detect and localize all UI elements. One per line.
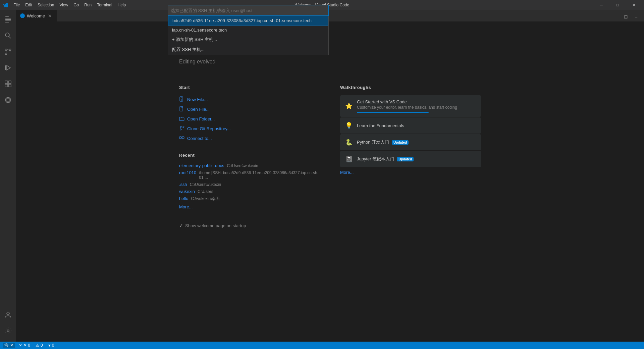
warning-count: 0: [41, 343, 43, 348]
recent-name-1[interactable]: root1010: [179, 170, 196, 175]
svg-rect-3: [5, 20, 11, 21]
account-icon[interactable]: [0, 307, 16, 323]
walkthrough-python[interactable]: 🐍 Python 开发入门 Updated: [340, 134, 481, 150]
connect-to-link[interactable]: Connect to...: [179, 134, 320, 143]
ssh-item-1[interactable]: iap.cn-sh-01.sensecore.tech: [168, 26, 328, 35]
walkthrough-get-started[interactable]: ⭐ Get Started with VS Code Customize you…: [340, 95, 481, 117]
open-folder-link[interactable]: Open Folder...: [179, 115, 320, 123]
sidebar-item-remote-explorer[interactable]: [0, 92, 16, 108]
error-icon: ✕: [19, 343, 22, 348]
vscode-logo-icon: [3, 2, 8, 8]
recent-path-1: /home [SSH: bdca52d9-d536-11ee-a209-3280…: [199, 170, 320, 180]
svg-rect-32: [182, 137, 184, 139]
status-warnings[interactable]: ⚠ 0: [34, 343, 44, 348]
svg-rect-23: [180, 97, 183, 101]
ssh-item-0[interactable]: bdca52d9-d536-11ee-a209-328086a3d327.iap…: [168, 16, 328, 26]
svg-point-27: [180, 126, 181, 128]
walkthrough-desc-0: Customize your editor, learn the basics,…: [357, 105, 476, 110]
menu-view[interactable]: View: [57, 1, 71, 9]
sidebar-item-extensions[interactable]: [0, 76, 16, 92]
walkthrough-jupyter[interactable]: 📓 Jupyter 笔记本入门 Updated: [340, 151, 481, 167]
menu-file[interactable]: File: [11, 1, 22, 9]
tab-bar: Welcome ✕ ⊟ ···: [16, 10, 644, 22]
ssh-item-add[interactable]: + 添加新的 SSH 主机...: [168, 35, 328, 45]
walkthroughs-more-link[interactable]: More...: [340, 170, 481, 175]
welcome-columns: Start New File...: [179, 85, 481, 209]
error-count: ✕ 0: [23, 343, 30, 348]
recent-path-2: C:\Users\wukexin: [190, 182, 221, 187]
recent-name-0[interactable]: elementary-public-docs: [179, 163, 224, 168]
svg-rect-4: [5, 22, 9, 22]
welcome-subtitle: Editing evolved: [179, 59, 481, 65]
ssh-item-label-3: 配置 SSH 主机...: [172, 47, 205, 53]
sidebar-item-explorer[interactable]: [0, 11, 16, 28]
tab-right-actions: ⊟ ···: [621, 12, 644, 21]
welcome-inner: Visual Studio Code Editing evolved Start: [179, 42, 481, 228]
tab-close-button[interactable]: ✕: [47, 13, 53, 19]
ssh-item-config[interactable]: 配置 SSH 主机...: [168, 45, 328, 55]
recent-name-4[interactable]: hello: [179, 196, 188, 201]
recent-item-1[interactable]: root1010 /home [SSH: bdca52d9-d536-11ee-…: [179, 170, 320, 180]
sidebar-item-search[interactable]: [0, 28, 16, 44]
status-info[interactable]: ♥ 0: [47, 343, 56, 348]
menu-bar: File Edit Selection View Go Run Terminal…: [11, 1, 128, 9]
new-file-label: New File...: [187, 97, 208, 102]
walkthrough-fundamentals[interactable]: 💡 Learn the Fundamentals: [340, 117, 481, 134]
walkthrough-name-1: Learn the Fundamentals: [357, 123, 476, 128]
menu-go[interactable]: Go: [71, 1, 82, 9]
walkthrough-text-1: Learn the Fundamentals: [357, 123, 476, 128]
recent-name-3[interactable]: wukexin: [179, 189, 195, 194]
svg-line-6: [9, 37, 11, 38]
recent-path-3: C:\Users: [198, 189, 213, 194]
recent-more-link[interactable]: More...: [179, 204, 320, 209]
open-file-icon: [179, 106, 184, 112]
remote-icon: [4, 343, 9, 348]
menu-selection[interactable]: Selection: [35, 1, 57, 9]
clone-repo-link[interactable]: Clone Git Repository...: [179, 124, 320, 133]
close-button[interactable]: ✕: [626, 0, 641, 10]
menu-terminal[interactable]: Terminal: [94, 1, 115, 9]
menu-help[interactable]: Help: [115, 1, 129, 9]
status-remote[interactable]: ✕: [3, 343, 15, 348]
more-actions-button[interactable]: ···: [632, 12, 641, 21]
menu-run[interactable]: Run: [82, 1, 94, 9]
recent-section: Recent elementary-public-docs C:\Users\w…: [179, 153, 320, 209]
tab-welcome-icon: [20, 13, 25, 18]
maximize-button[interactable]: □: [610, 0, 625, 10]
status-errors[interactable]: ✕ ✕ 0: [17, 343, 32, 348]
ssh-dropdown-container[interactable]: bdca52d9-d536-11ee-a209-328086a3d327.iap…: [168, 5, 329, 55]
minimize-button[interactable]: ─: [594, 0, 609, 10]
clone-repo-label: Clone Git Repository...: [187, 126, 231, 131]
recent-item-2[interactable]: .ssh C:\Users\wukexin: [179, 182, 320, 187]
tab-welcome[interactable]: Welcome ✕: [16, 10, 57, 21]
recent-item-3[interactable]: wukexin C:\Users: [179, 189, 320, 194]
menu-edit[interactable]: Edit: [22, 1, 35, 9]
svg-marker-10: [7, 65, 10, 70]
ssh-host-input[interactable]: [171, 8, 326, 13]
new-file-link[interactable]: New File...: [179, 95, 320, 104]
svg-rect-31: [179, 137, 181, 139]
startup-label: Show welcome page on startup: [185, 223, 246, 228]
svg-point-8: [5, 53, 7, 55]
tab-welcome-label: Welcome: [27, 13, 45, 18]
walkthrough-progress-bar: [357, 112, 429, 113]
split-editor-button[interactable]: ⊟: [621, 12, 631, 21]
svg-point-7: [5, 49, 7, 51]
sidebar-item-run-debug[interactable]: [0, 60, 16, 76]
svg-point-22: [7, 330, 9, 332]
recent-item-4[interactable]: hello C:\wukexin\桌面: [179, 196, 320, 202]
walkthrough-text-3: Jupyter 笔记本入门 Updated: [357, 156, 476, 162]
recent-name-2[interactable]: .ssh: [179, 182, 187, 187]
settings-icon[interactable]: [0, 323, 16, 339]
walkthrough-name-0: Get Started with VS Code: [357, 99, 476, 104]
open-file-link[interactable]: Open File...: [179, 105, 320, 113]
clone-icon: [179, 126, 184, 132]
remote-label: ✕: [10, 343, 13, 348]
ssh-input-wrapper: [168, 5, 329, 16]
startup-checkbox[interactable]: ✓: [179, 223, 183, 228]
walkthrough-text-0: Get Started with VS Code Customize your …: [357, 99, 476, 113]
info-count: 0: [52, 343, 54, 348]
recent-item-0[interactable]: elementary-public-docs C:\Users\wukexin: [179, 163, 320, 168]
status-bar-left: ✕ ✕ ✕ 0 ⚠ 0 ♥ 0: [3, 343, 56, 348]
sidebar-item-source-control[interactable]: [0, 44, 16, 60]
